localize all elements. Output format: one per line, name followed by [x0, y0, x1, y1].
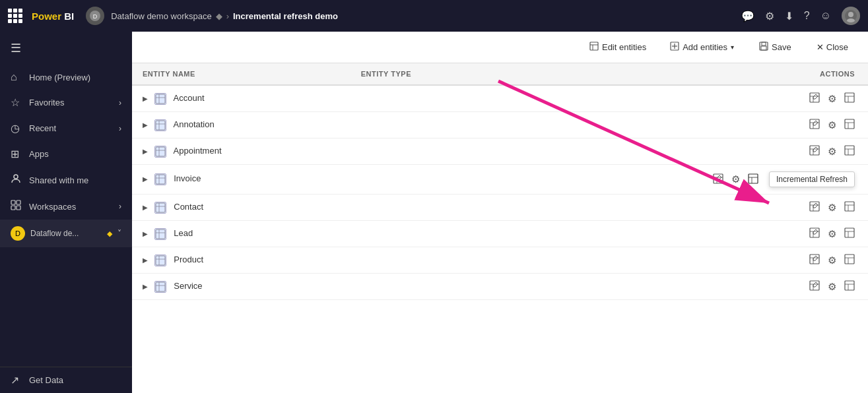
table-row: ▶ Contact ⚙: [132, 195, 868, 221]
edit-query-icon[interactable]: [809, 119, 820, 131]
settings-action-icon[interactable]: ⚙: [731, 173, 740, 185]
row-expand-icon[interactable]: ▶: [143, 230, 148, 237]
incremental-refresh-icon[interactable]: [844, 92, 855, 105]
sidebar-item-favorites[interactable]: ☆ Favorites ›: [0, 90, 132, 115]
table-row: ▶ Annotation ⚙: [132, 112, 868, 138]
svg-rect-57: [156, 203, 165, 212]
edit-query-icon[interactable]: [809, 280, 820, 293]
svg-rect-78: [810, 255, 819, 264]
incremental-refresh-icon[interactable]: [748, 173, 758, 186]
settings-action-icon[interactable]: ⚙: [828, 255, 836, 266]
svg-rect-63: [845, 202, 854, 211]
save-button[interactable]: Save: [751, 38, 799, 56]
svg-rect-42: [810, 146, 819, 155]
settings-action-icon[interactable]: ⚙: [828, 119, 836, 131]
col-entity-name: ENTITY NAME: [132, 63, 351, 85]
edit-query-icon[interactable]: [809, 92, 820, 105]
apps-icon: ⊞: [11, 148, 22, 160]
user-avatar[interactable]: [842, 7, 860, 25]
svg-rect-8: [11, 200, 15, 204]
table-row: ▶ Appointment ⚙: [132, 138, 868, 165]
entity-type: [351, 112, 506, 138]
entity-type-icon: [154, 281, 166, 293]
entity-type-icon: [154, 146, 166, 158]
main-layout: ☰ ⌂ Home (Preview) ☆ Favorites › ◷ Recen…: [0, 32, 868, 393]
entity-name: Account: [174, 93, 205, 103]
chat-icon[interactable]: 💬: [741, 10, 754, 22]
settings-action-icon[interactable]: ⚙: [828, 228, 836, 240]
download-icon[interactable]: ⬇: [785, 10, 793, 22]
workspace-icon: D: [11, 226, 25, 241]
home-icon: ⌂: [11, 71, 22, 83]
svg-rect-12: [590, 42, 598, 50]
edit-entities-button[interactable]: Edit entities: [583, 38, 653, 56]
svg-rect-20: [761, 46, 766, 50]
entity-actions: ⚙: [506, 221, 868, 247]
incremental-refresh-icon[interactable]: [844, 280, 855, 293]
incremental-refresh-icon[interactable]: [844, 254, 855, 266]
entity-name: Appointment: [174, 146, 222, 156]
incremental-refresh-icon[interactable]: [844, 201, 855, 214]
table-row: ▶ Service ⚙: [132, 274, 868, 300]
sidebar-workspace-item[interactable]: D Dataflow de... ◆ ˅: [0, 220, 132, 247]
row-expand-icon[interactable]: ▶: [143, 121, 148, 129]
recent-icon: ◷: [11, 122, 22, 135]
edit-query-icon[interactable]: [809, 145, 820, 158]
settings-action-icon[interactable]: ⚙: [828, 93, 836, 105]
table-row: ▶ Account ⚙: [132, 85, 868, 112]
entity-actions: ⚙: [506, 195, 868, 221]
edit-query-icon[interactable]: [713, 173, 723, 186]
entity-type-icon: [154, 93, 166, 105]
sidebar-item-shared[interactable]: Shared with me: [0, 167, 132, 193]
sidebar-item-workspaces[interactable]: Workspaces ›: [0, 193, 132, 220]
edit-query-icon[interactable]: [809, 201, 820, 214]
edit-query-icon[interactable]: [809, 227, 820, 240]
row-expand-icon[interactable]: ▶: [143, 148, 148, 155]
row-expand-icon[interactable]: ▶: [143, 204, 148, 211]
entity-type: [351, 138, 506, 165]
help-icon[interactable]: ?: [804, 10, 810, 22]
sidebar-item-home[interactable]: ⌂ Home (Preview): [0, 65, 132, 90]
svg-rect-66: [156, 229, 165, 239]
incremental-refresh-icon[interactable]: [844, 145, 855, 158]
row-expand-icon[interactable]: ▶: [143, 283, 148, 290]
app-logo: Power BI: [32, 11, 74, 22]
svg-rect-24: [810, 93, 819, 102]
settings-action-icon[interactable]: ⚙: [828, 202, 836, 214]
sidebar-toggle[interactable]: ☰: [0, 32, 132, 65]
add-entities-button[interactable]: Add entities ▾: [663, 38, 741, 56]
entity-actions: ⚙: [506, 274, 868, 300]
edit-query-icon[interactable]: [809, 254, 820, 266]
diamond-icon: ◆: [107, 229, 112, 238]
settings-action-icon[interactable]: ⚙: [828, 281, 836, 293]
table-row: ▶ Invoice ⚙: [132, 165, 868, 195]
entity-name: Contact: [174, 202, 203, 212]
entity-type: [351, 85, 506, 112]
svg-rect-90: [845, 281, 854, 290]
svg-point-6: [847, 18, 855, 22]
svg-rect-69: [810, 228, 819, 237]
entity-actions: ⚙: [506, 85, 868, 112]
col-actions: ACTIONS: [506, 63, 868, 85]
workspaces-icon: [11, 200, 22, 213]
sidebar-item-get-data[interactable]: ↗ Get Data: [0, 367, 132, 393]
waffle-menu[interactable]: [8, 9, 22, 23]
entity-type-icon: [154, 202, 166, 214]
incremental-refresh-icon[interactable]: [844, 119, 855, 131]
svg-rect-75: [156, 256, 165, 265]
close-button[interactable]: ✕ Close: [810, 39, 855, 55]
sidebar-item-recent[interactable]: ◷ Recent ›: [0, 115, 132, 141]
sidebar-item-apps[interactable]: ⊞ Apps: [0, 141, 132, 167]
sidebar-bottom: ↗ Get Data: [0, 367, 132, 393]
svg-point-5: [848, 12, 853, 17]
settings-icon[interactable]: ⚙: [765, 10, 774, 22]
smiley-icon[interactable]: ☺: [820, 10, 831, 22]
row-expand-icon[interactable]: ▶: [143, 257, 148, 264]
chevron-right-icon: ›: [119, 124, 121, 133]
settings-action-icon[interactable]: ⚙: [828, 146, 836, 158]
get-data-icon: ↗: [11, 374, 22, 386]
row-expand-icon[interactable]: ▶: [143, 95, 148, 102]
entity-name: Annotation: [174, 119, 215, 129]
row-expand-icon[interactable]: ▶: [143, 175, 148, 183]
incremental-refresh-icon[interactable]: [844, 227, 855, 240]
